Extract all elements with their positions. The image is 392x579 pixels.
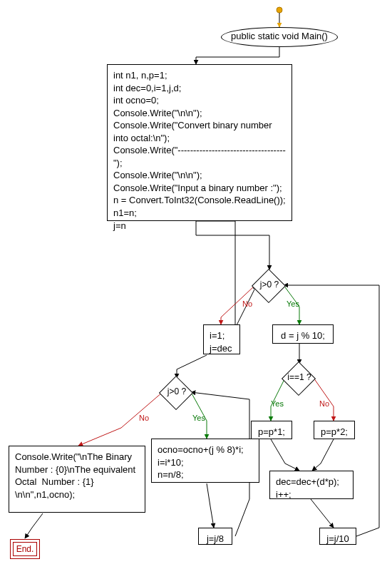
node-d3-label: j>0 ? bbox=[155, 387, 198, 396]
node-d2-label: i==1 ? bbox=[277, 373, 322, 382]
edge-d3-yes: Yes bbox=[192, 414, 205, 422]
node-b2: dec=dec+(d*p); i++; bbox=[269, 471, 354, 499]
node-d1-label: j>0 ? bbox=[248, 280, 291, 290]
node-b3-label: j=j/10 bbox=[326, 533, 349, 544]
node-b1-label: d = j % 10; bbox=[281, 330, 325, 341]
node-d2: i==1 ? bbox=[277, 362, 322, 394]
node-p2: p=p*2; bbox=[314, 421, 355, 439]
node-b5: ocno=ocno+(j % 8)*i; i=i*10; n=n/8; bbox=[151, 439, 259, 483]
node-b5-label: ocno=ocno+(j % 8)*i; i=i*10; n=n/8; bbox=[158, 444, 244, 480]
node-p1-label: p=p*1; bbox=[258, 426, 285, 437]
node-b6-label: j=j/8 bbox=[207, 533, 224, 544]
node-p2-label: p=p*2; bbox=[321, 426, 348, 437]
node-main-label: public static void Main() bbox=[231, 31, 328, 41]
node-out: Console.Write("\nThe Binary Number : {0}… bbox=[9, 446, 145, 513]
edge-d2-yes: Yes bbox=[271, 399, 284, 408]
node-b4-label: i=1; j=dec bbox=[210, 330, 232, 354]
node-end-label: End. bbox=[16, 544, 34, 554]
node-out-label: Console.Write("\nThe Binary Number : {0}… bbox=[15, 451, 138, 500]
node-init: int n1, n,p=1; int dec=0,i=1,j,d; int oc… bbox=[107, 64, 292, 221]
node-main: public static void Main() bbox=[221, 27, 338, 47]
node-d3: j>0 ? bbox=[155, 376, 198, 408]
node-b6: j=j/8 bbox=[198, 528, 232, 545]
svg-point-0 bbox=[277, 7, 282, 13]
node-init-label: int n1, n,p=1; int dec=0,i=1,j,d; int oc… bbox=[113, 70, 286, 231]
edge-d1-no: No bbox=[242, 299, 252, 308]
node-b4: i=1; j=dec bbox=[203, 324, 240, 354]
node-b2-label: dec=dec+(d*p); i++; bbox=[276, 476, 339, 500]
edge-d3-no: No bbox=[139, 414, 149, 422]
node-b1: d = j % 10; bbox=[272, 324, 334, 344]
node-d1: j>0 ? bbox=[248, 270, 291, 301]
node-end: End. bbox=[10, 539, 40, 559]
edge-d1-yes: Yes bbox=[287, 299, 299, 308]
node-p1: p=p*1; bbox=[251, 421, 292, 439]
node-b3: j=j/10 bbox=[319, 528, 356, 545]
edge-d2-no: No bbox=[319, 399, 329, 408]
